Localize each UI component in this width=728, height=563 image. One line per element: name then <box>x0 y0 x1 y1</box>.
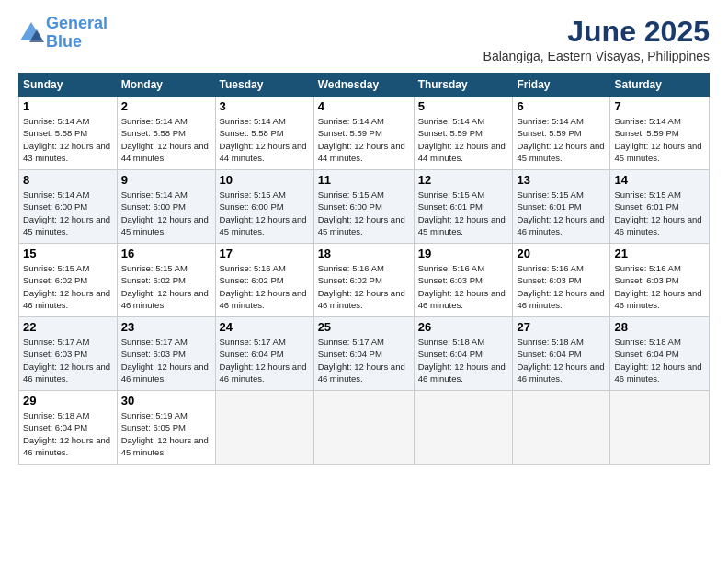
col-tuesday: Tuesday <box>215 74 313 97</box>
page: General Blue June 2025 Balangiga, Easter… <box>0 0 728 563</box>
day-number: 11 <box>318 173 410 187</box>
day-number: 27 <box>517 320 606 334</box>
day-info: Sunrise: 5:14 AMSunset: 6:00 PMDaylight:… <box>23 189 113 237</box>
day-info: Sunrise: 5:16 AMSunset: 6:03 PMDaylight:… <box>614 262 705 311</box>
calendar-table: Sunday Monday Tuesday Wednesday Thursday… <box>18 73 710 465</box>
day-number: 1 <box>23 99 113 113</box>
day-number: 19 <box>418 247 509 260</box>
day-info: Sunrise: 5:17 AMSunset: 6:03 PMDaylight:… <box>121 336 211 385</box>
table-row: 12Sunrise: 5:15 AMSunset: 6:01 PMDayligh… <box>414 170 513 244</box>
day-info: Sunrise: 5:16 AMSunset: 6:02 PMDaylight:… <box>220 262 310 311</box>
day-info: Sunrise: 5:17 AMSunset: 6:04 PMDaylight:… <box>220 336 310 385</box>
day-info: Sunrise: 5:15 AMSunset: 6:02 PMDaylight:… <box>23 262 113 311</box>
day-number: 26 <box>418 320 509 334</box>
table-row: 8Sunrise: 5:14 AMSunset: 6:00 PMDaylight… <box>19 170 118 244</box>
day-number: 8 <box>23 173 113 187</box>
day-info: Sunrise: 5:14 AMSunset: 5:59 PMDaylight:… <box>614 115 705 164</box>
table-row: 3Sunrise: 5:14 AMSunset: 5:58 PMDaylight… <box>215 97 313 170</box>
day-number: 30 <box>121 394 211 408</box>
calendar-week-row: 29Sunrise: 5:18 AMSunset: 6:04 PMDayligh… <box>19 391 710 465</box>
day-info: Sunrise: 5:19 AMSunset: 6:05 PMDaylight:… <box>121 409 211 458</box>
day-info: Sunrise: 5:15 AMSunset: 6:01 PMDaylight:… <box>418 189 509 237</box>
day-number: 25 <box>318 320 410 334</box>
calendar-week-row: 15Sunrise: 5:15 AMSunset: 6:02 PMDayligh… <box>19 244 710 317</box>
day-number: 23 <box>121 320 211 334</box>
table-row <box>313 391 414 465</box>
month-year: June 2025 <box>483 15 710 49</box>
day-info: Sunrise: 5:14 AMSunset: 5:58 PMDaylight:… <box>23 115 113 164</box>
table-row <box>414 391 513 465</box>
table-row: 29Sunrise: 5:18 AMSunset: 6:04 PMDayligh… <box>19 391 118 465</box>
table-row: 28Sunrise: 5:18 AMSunset: 6:04 PMDayligh… <box>610 317 710 391</box>
calendar-header-row: Sunday Monday Tuesday Wednesday Thursday… <box>19 74 710 97</box>
day-number: 9 <box>121 173 211 187</box>
table-row: 26Sunrise: 5:18 AMSunset: 6:04 PMDayligh… <box>414 317 513 391</box>
table-row: 27Sunrise: 5:18 AMSunset: 6:04 PMDayligh… <box>513 317 610 391</box>
day-info: Sunrise: 5:17 AMSunset: 6:03 PMDaylight:… <box>23 336 113 385</box>
day-info: Sunrise: 5:15 AMSunset: 6:02 PMDaylight:… <box>121 262 211 311</box>
col-friday: Friday <box>513 74 610 97</box>
table-row: 10Sunrise: 5:15 AMSunset: 6:00 PMDayligh… <box>215 170 313 244</box>
day-number: 13 <box>517 173 606 187</box>
table-row: 9Sunrise: 5:14 AMSunset: 6:00 PMDaylight… <box>117 170 215 244</box>
day-info: Sunrise: 5:18 AMSunset: 6:04 PMDaylight:… <box>517 336 606 385</box>
table-row: 5Sunrise: 5:14 AMSunset: 5:59 PMDaylight… <box>414 97 513 170</box>
logo: General Blue <box>18 15 108 52</box>
day-number: 6 <box>517 99 606 113</box>
day-info: Sunrise: 5:15 AMSunset: 6:00 PMDaylight:… <box>318 189 410 237</box>
table-row: 22Sunrise: 5:17 AMSunset: 6:03 PMDayligh… <box>19 317 118 391</box>
day-info: Sunrise: 5:14 AMSunset: 5:59 PMDaylight:… <box>517 115 606 164</box>
table-row: 17Sunrise: 5:16 AMSunset: 6:02 PMDayligh… <box>215 244 313 317</box>
table-row: 2Sunrise: 5:14 AMSunset: 5:58 PMDaylight… <box>117 97 215 170</box>
location: Balangiga, Eastern Visayas, Philippines <box>483 49 710 63</box>
day-number: 28 <box>614 320 705 334</box>
day-number: 5 <box>418 99 509 113</box>
logo-icon <box>18 20 44 46</box>
day-info: Sunrise: 5:15 AMSunset: 6:00 PMDaylight:… <box>220 189 310 237</box>
calendar-week-row: 1Sunrise: 5:14 AMSunset: 5:58 PMDaylight… <box>19 97 710 170</box>
day-info: Sunrise: 5:17 AMSunset: 6:04 PMDaylight:… <box>318 336 410 385</box>
day-info: Sunrise: 5:16 AMSunset: 6:03 PMDaylight:… <box>418 262 509 311</box>
day-info: Sunrise: 5:14 AMSunset: 5:58 PMDaylight:… <box>220 115 310 164</box>
col-sunday: Sunday <box>19 74 118 97</box>
table-row: 11Sunrise: 5:15 AMSunset: 6:00 PMDayligh… <box>313 170 414 244</box>
header: General Blue June 2025 Balangiga, Easter… <box>18 15 710 63</box>
table-row: 16Sunrise: 5:15 AMSunset: 6:02 PMDayligh… <box>117 244 215 317</box>
day-number: 20 <box>517 247 606 260</box>
day-info: Sunrise: 5:14 AMSunset: 5:59 PMDaylight:… <box>318 115 410 164</box>
day-number: 14 <box>614 173 705 187</box>
day-number: 10 <box>220 173 310 187</box>
table-row: 23Sunrise: 5:17 AMSunset: 6:03 PMDayligh… <box>117 317 215 391</box>
table-row: 6Sunrise: 5:14 AMSunset: 5:59 PMDaylight… <box>513 97 610 170</box>
day-number: 7 <box>614 99 705 113</box>
table-row: 19Sunrise: 5:16 AMSunset: 6:03 PMDayligh… <box>414 244 513 317</box>
table-row: 14Sunrise: 5:15 AMSunset: 6:01 PMDayligh… <box>610 170 710 244</box>
day-number: 2 <box>121 99 211 113</box>
day-info: Sunrise: 5:16 AMSunset: 6:02 PMDaylight:… <box>318 262 410 311</box>
day-info: Sunrise: 5:14 AMSunset: 5:58 PMDaylight:… <box>121 115 211 164</box>
day-info: Sunrise: 5:14 AMSunset: 6:00 PMDaylight:… <box>121 189 211 237</box>
title-block: June 2025 Balangiga, Eastern Visayas, Ph… <box>483 15 710 63</box>
col-wednesday: Wednesday <box>313 74 414 97</box>
day-number: 17 <box>220 247 310 260</box>
day-number: 24 <box>220 320 310 334</box>
table-row: 13Sunrise: 5:15 AMSunset: 6:01 PMDayligh… <box>513 170 610 244</box>
col-saturday: Saturday <box>610 74 710 97</box>
col-monday: Monday <box>117 74 215 97</box>
table-row: 4Sunrise: 5:14 AMSunset: 5:59 PMDaylight… <box>313 97 414 170</box>
table-row: 30Sunrise: 5:19 AMSunset: 6:05 PMDayligh… <box>117 391 215 465</box>
day-number: 3 <box>220 99 310 113</box>
calendar-week-row: 22Sunrise: 5:17 AMSunset: 6:03 PMDayligh… <box>19 317 710 391</box>
day-number: 29 <box>23 394 113 408</box>
day-number: 15 <box>23 247 113 260</box>
day-info: Sunrise: 5:16 AMSunset: 6:03 PMDaylight:… <box>517 262 606 311</box>
day-info: Sunrise: 5:15 AMSunset: 6:01 PMDaylight:… <box>517 189 606 237</box>
table-row: 15Sunrise: 5:15 AMSunset: 6:02 PMDayligh… <box>19 244 118 317</box>
table-row: 24Sunrise: 5:17 AMSunset: 6:04 PMDayligh… <box>215 317 313 391</box>
table-row: 21Sunrise: 5:16 AMSunset: 6:03 PMDayligh… <box>610 244 710 317</box>
col-thursday: Thursday <box>414 74 513 97</box>
day-number: 16 <box>121 247 211 260</box>
day-number: 21 <box>614 247 705 260</box>
day-info: Sunrise: 5:18 AMSunset: 6:04 PMDaylight:… <box>23 409 113 458</box>
table-row: 1Sunrise: 5:14 AMSunset: 5:58 PMDaylight… <box>19 97 118 170</box>
